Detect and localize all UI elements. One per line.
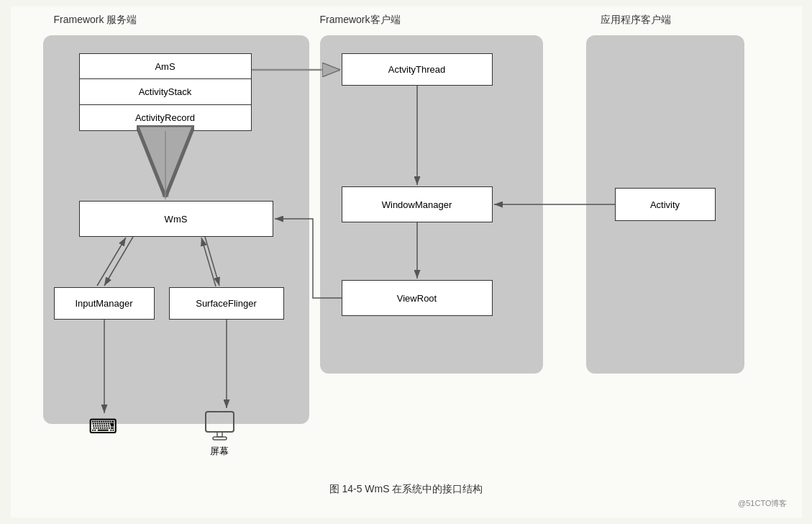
surface-flinger-box: SurfaceFlinger (169, 287, 284, 320)
caption: 图 14-5 WmS 在系统中的接口结构 (329, 483, 483, 496)
view-root-box: ViewRoot (342, 280, 493, 316)
svg-rect-2 (213, 437, 227, 440)
screen-icon: 屏幕 (204, 410, 236, 458)
activity-box: Activity (615, 188, 716, 221)
wms-box: WmS (79, 201, 273, 237)
input-manager-box: InputManager (54, 287, 155, 320)
activity-record-box: ActivityRecord (79, 105, 252, 131)
label-app-client: 应用程序客户端 (601, 14, 671, 27)
activity-stack-box: ActivityStack (79, 79, 252, 105)
window-manager-box: WindowManager (342, 186, 493, 222)
ams-box: AmS (79, 53, 252, 79)
svg-rect-0 (206, 412, 234, 432)
svg-rect-1 (217, 432, 222, 437)
page: Framework 服务端 Framework客户端 应用程序客户端 AmS A… (11, 6, 802, 518)
label-framework-client: Framework客户端 (320, 14, 401, 27)
label-framework-server: Framework 服务端 (54, 14, 137, 27)
activity-thread-box: ActvityThread (342, 53, 493, 86)
watermark: @51CTO博客 (738, 498, 787, 509)
keyboard-icon: ⌨ (88, 417, 117, 437)
